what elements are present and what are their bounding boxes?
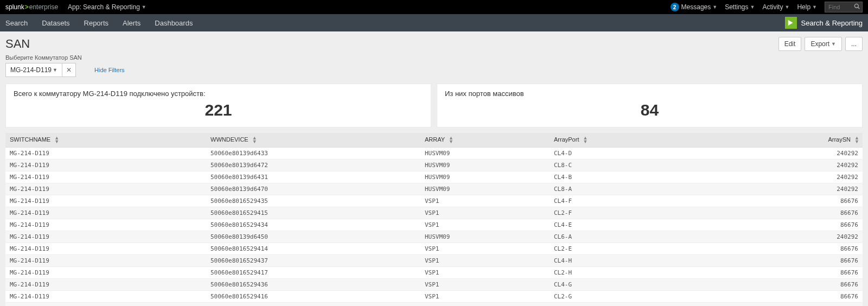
cell-a: HUSVM09 — [420, 171, 550, 183]
cell-n: 240292 — [696, 231, 863, 243]
settings-menu[interactable]: Settings ▼ — [725, 3, 755, 11]
export-label: Export — [810, 40, 829, 48]
cell-s: MG-214-D119 — [5, 303, 206, 306]
panel-total-devices: Всего к коммутатору MG-214-D119 подключе… — [5, 84, 431, 127]
cell-a: HUSVM09 — [420, 231, 550, 243]
table-row[interactable]: MG-214-D11950060e8016529415VSP1CL2-F8667… — [5, 207, 863, 219]
app-switcher[interactable]: App: Search & Reporting ▼ — [68, 3, 146, 11]
switch-select[interactable]: MG-214-D119 ▼ — [5, 63, 62, 77]
table-row[interactable]: MG-214-D11950060e80139d6472HUSVM09CL8-C2… — [5, 160, 863, 171]
table-row[interactable]: MG-214-D11950060e801652943dVSP1CL4-P8667… — [5, 303, 863, 306]
col-array[interactable]: ARRAY ▲▼ — [420, 133, 550, 148]
cell-s: MG-214-D119 — [5, 219, 206, 231]
messages-label: Messages — [681, 3, 711, 11]
cell-p: CL4-B — [550, 171, 696, 183]
cell-a: VSP1 — [420, 267, 550, 279]
splunk-logo[interactable]: splunk > enterprise — [5, 3, 58, 11]
table-row[interactable]: MG-214-D11950060e8016529434VSP1CL4-E8667… — [5, 219, 863, 231]
cell-p: CL4-E — [550, 219, 696, 231]
edit-button[interactable]: Edit — [778, 37, 802, 51]
results-tbody: MG-214-D11950060e80139d6433HUSVM09CL4-D2… — [5, 148, 863, 306]
nav-search[interactable]: Search — [5, 19, 28, 27]
cell-w: 50060e8016529435 — [206, 195, 420, 207]
cell-s: MG-214-D119 — [5, 243, 206, 255]
logo-text-splunk: splunk — [5, 3, 24, 11]
col-arraysn[interactable]: ArraySN ▲▼ — [696, 133, 863, 148]
messages-menu[interactable]: 2 Messages ▼ — [671, 3, 718, 11]
col-wwndevice[interactable]: WWNDEVICE ▲▼ — [206, 133, 420, 148]
global-find-input[interactable] — [827, 3, 853, 11]
hide-filters-link[interactable]: Hide Filters — [94, 67, 125, 73]
table-row[interactable]: MG-214-D11950060e80139d6450HUSVM09CL6-A2… — [5, 231, 863, 243]
filter-label: Выберите Коммутатор SAN — [0, 54, 868, 61]
table-row[interactable]: MG-214-D11950060e80139d6433HUSVM09CL4-D2… — [5, 148, 863, 160]
cell-p: CL2-G — [550, 291, 696, 303]
filter-row: MG-214-D119 ▼ ✕ Hide Filters — [0, 61, 868, 84]
nav-reports[interactable]: Reports — [84, 19, 109, 27]
app-brand[interactable]: Search & Reporting — [785, 17, 863, 29]
cell-w: 50060e8016529416 — [206, 291, 420, 303]
cell-s: MG-214-D119 — [5, 255, 206, 267]
table-row[interactable]: MG-214-D11950060e8016529414VSP1CL2-E8667… — [5, 243, 863, 255]
cell-s: MG-214-D119 — [5, 267, 206, 279]
close-icon: ✕ — [66, 66, 72, 74]
col-switchname[interactable]: SWITCHNAME ▲▼ — [5, 133, 206, 148]
cell-a: VSP1 — [420, 255, 550, 267]
export-button[interactable]: Export ▼ — [805, 37, 842, 51]
help-menu[interactable]: Help ▼ — [797, 3, 817, 11]
caret-down-icon: ▼ — [53, 67, 58, 73]
cell-w: 50060e80139d6433 — [206, 148, 420, 160]
cell-a: VSP1 — [420, 279, 550, 291]
col-label: ArraySN — [828, 136, 851, 143]
table-row[interactable]: MG-214-D11950060e8016529435VSP1CL4-F8667… — [5, 195, 863, 207]
caret-down-icon: ▼ — [784, 4, 789, 10]
cell-w: 50060e8016529436 — [206, 279, 420, 291]
cell-a: VSP1 — [420, 291, 550, 303]
switch-select-value: MG-214-D119 — [10, 66, 52, 74]
messages-count-badge: 2 — [671, 3, 679, 11]
nav-datasets[interactable]: Datasets — [42, 19, 69, 27]
table-row[interactable]: MG-214-D11950060e8016529416VSP1CL2-G8667… — [5, 291, 863, 303]
cell-n: 86676 — [696, 219, 863, 231]
cell-p: CL2-F — [550, 207, 696, 219]
cell-n: 86676 — [696, 267, 863, 279]
cell-w: 50060e8016529437 — [206, 255, 420, 267]
cell-n: 86676 — [696, 195, 863, 207]
cell-s: MG-214-D119 — [5, 279, 206, 291]
cell-n: 86676 — [696, 207, 863, 219]
cell-w: 50060e80139d6470 — [206, 183, 420, 195]
table-row[interactable]: MG-214-D11950060e8016529437VSP1CL4-H8667… — [5, 255, 863, 267]
global-find[interactable] — [825, 2, 863, 12]
cell-w: 50060e80139d6450 — [206, 231, 420, 243]
cell-p: CL2-E — [550, 243, 696, 255]
col-arrayport[interactable]: ArrayPort ▲▼ — [550, 133, 696, 148]
sort-icon: ▲▼ — [449, 136, 452, 144]
table-row[interactable]: MG-214-D11950060e8016529417VSP1CL2-H8667… — [5, 267, 863, 279]
cell-s: MG-214-D119 — [5, 231, 206, 243]
clear-filter-button[interactable]: ✕ — [62, 63, 76, 77]
global-top-right: 2 Messages ▼ Settings ▼ Activity ▼ Help … — [671, 2, 863, 12]
sort-icon: ▲▼ — [252, 136, 256, 144]
cell-w: 50060e80139d6431 — [206, 171, 420, 183]
cell-n: 240292 — [696, 171, 863, 183]
nav-alerts[interactable]: Alerts — [123, 19, 141, 27]
cell-n: 240292 — [696, 160, 863, 171]
caret-down-icon: ▼ — [812, 4, 817, 10]
cell-a: HUSVM09 — [420, 148, 550, 160]
nav-dashboards[interactable]: Dashboards — [155, 19, 193, 27]
cell-a: VSP1 — [420, 207, 550, 219]
more-button[interactable]: ... — [845, 37, 863, 51]
cell-p: CL4-H — [550, 255, 696, 267]
caret-down-icon: ▼ — [142, 4, 146, 10]
cell-w: 50060e8016529414 — [206, 243, 420, 255]
cell-n: 240292 — [696, 183, 863, 195]
logo-gt-icon: > — [25, 3, 29, 11]
table-row[interactable]: MG-214-D11950060e8016529436VSP1CL4-G8667… — [5, 279, 863, 291]
table-row[interactable]: MG-214-D11950060e80139d6431HUSVM09CL4-B2… — [5, 171, 863, 183]
cell-n: 86676 — [696, 279, 863, 291]
cell-s: MG-214-D119 — [5, 195, 206, 207]
activity-menu[interactable]: Activity ▼ — [762, 3, 789, 11]
table-row[interactable]: MG-214-D11950060e80139d6470HUSVM09CL8-A2… — [5, 183, 863, 195]
edit-label: Edit — [784, 40, 796, 48]
col-label: ArrayPort — [554, 136, 579, 143]
